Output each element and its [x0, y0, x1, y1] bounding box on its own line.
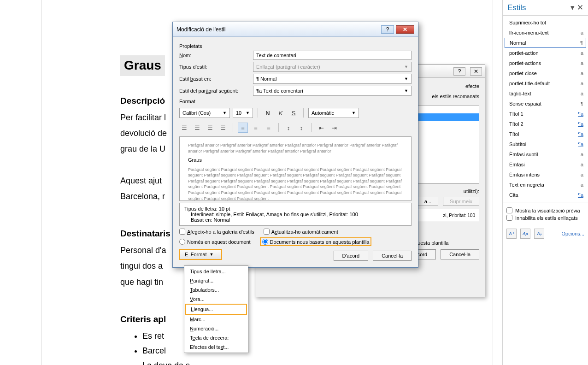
close-button[interactable]: ✕: [396, 25, 414, 34]
format-menu-item[interactable]: Llengua...: [185, 304, 247, 315]
style-item[interactable]: Títol 2¶a: [503, 119, 588, 129]
cancel-button[interactable]: Cancel·la: [441, 249, 479, 259]
line-spacing-2-button[interactable]: ≡: [264, 123, 274, 133]
next-paragraph-select[interactable]: ¶a Text de comentari▼: [253, 86, 412, 96]
new-documents-radio[interactable]: Documents nous basats en aquesta plantil…: [262, 239, 370, 245]
ok-button[interactable]: D'acord: [334, 251, 369, 261]
styles-list[interactable]: Suprimeix-ho totlfr-icon-menu-textaNorma…: [503, 16, 588, 202]
close-button[interactable]: ✕: [470, 67, 482, 76]
format-menu-item[interactable]: Numeració...: [185, 324, 247, 333]
style-item[interactable]: Èmfasia: [503, 159, 588, 170]
new-style-icon[interactable]: A⁺: [506, 229, 517, 239]
align-justify-button[interactable]: ☰: [218, 123, 228, 133]
underline-button[interactable]: S: [288, 108, 299, 118]
font-toolbar: Calibri (Cos)▼ 10▼ N K S Automàtic▼: [179, 107, 412, 119]
align-right-button[interactable]: ☰: [205, 123, 215, 133]
style-inspector-icon[interactable]: Ap: [520, 229, 530, 239]
bold-button[interactable]: N: [263, 108, 273, 118]
style-type-select: Enllaçat (paràgraf i caràcter)▼: [253, 62, 412, 72]
styles-pane: Estils ▾ ✕ Suprimeix-ho totlfr-icon-menu…: [502, 0, 588, 365]
list-item: La devo da srepetir-l le base (és a dir,…: [142, 359, 414, 365]
indent-decrease-button[interactable]: ⇤: [316, 123, 326, 133]
align-left-button[interactable]: ☰: [179, 123, 189, 133]
format-label: Format: [179, 99, 412, 104]
modify-style-dialog: Modificació de l'estil ? ✕ Propietats No…: [172, 22, 418, 268]
style-item[interactable]: Cita¶a: [503, 190, 588, 200]
font-color-select[interactable]: Automàtic▼: [308, 108, 359, 118]
name-label: Nom:: [179, 53, 248, 58]
based-on-label: Estil basat en:: [179, 76, 248, 82]
based-on-select[interactable]: ¶ Normal▼: [253, 74, 412, 84]
doc-list: Es ret Barcel La devo da srepetir-l le b…: [120, 330, 414, 365]
format-dropdown-menu[interactable]: Tipus de lletra...Paràgraf...Tabuladors.…: [184, 265, 248, 353]
line-spacing-1-button[interactable]: ≡: [238, 123, 248, 133]
dialog-title: Modificació de l'estil: [176, 26, 225, 33]
next-paragraph-label: Estil del paràgraf següent:: [179, 88, 248, 94]
indent-increase-button[interactable]: ⇥: [329, 123, 339, 133]
style-item[interactable]: Sense espaiat¶: [503, 99, 588, 109]
doc-heading-criteria: Criteris apl: [120, 313, 414, 326]
space-before-inc-button[interactable]: ↕: [283, 123, 294, 133]
list-item: Es ret: [142, 330, 414, 342]
format-menu-item[interactable]: Tecla de drecera:: [185, 333, 247, 342]
format-menu-item[interactable]: Marc...: [185, 315, 247, 324]
modify-dialog-titlebar[interactable]: Modificació de l'estil ? ✕: [173, 22, 418, 37]
format-menu-item[interactable]: Tipus de lletra...: [185, 267, 247, 276]
italic-button[interactable]: K: [276, 108, 286, 118]
manage-styles-icon[interactable]: Aᵧ: [534, 229, 544, 239]
style-item[interactable]: portlet-closea: [503, 68, 588, 78]
style-item[interactable]: Títol¶a: [503, 129, 588, 139]
styles-footer: A⁺ Ap Aᵧ Opcions...: [503, 226, 588, 241]
format-menu-item[interactable]: Tabuladors...: [185, 285, 247, 294]
format-menu-item[interactable]: Vora...: [185, 294, 247, 304]
format-menu-button[interactable]: FFormat▼: [179, 249, 222, 260]
space-before-dec-button[interactable]: ↕: [296, 123, 306, 133]
format-menu-item[interactable]: Efectes del text...: [185, 342, 247, 352]
line-spacing-15-button[interactable]: ≡: [251, 123, 261, 133]
style-item[interactable]: Normal¶: [505, 38, 586, 48]
delete-button[interactable]: Suprimeix: [443, 197, 479, 206]
font-size-select[interactable]: 10▼: [233, 108, 253, 118]
styles-pane-title: Estils ▾ ✕: [503, 0, 588, 16]
add-to-gallery-checkbox[interactable]: Afegeix-ho a la galeria d'estils: [179, 229, 254, 235]
style-item[interactable]: portlet-actionsa: [503, 58, 588, 68]
auto-update-checkbox[interactable]: Actualitza-ho automàticament: [264, 229, 338, 235]
style-preview-box: Paràgraf anterior Paràgraf anterior Parà…: [179, 136, 412, 201]
styles-options-link[interactable]: Opcions...: [561, 231, 584, 236]
modify-dialog-body: Propietats Nom: Tipus d'estil: Enllaçat …: [173, 37, 418, 267]
font-family-select[interactable]: Calibri (Cos)▼: [179, 108, 230, 118]
list-item: Barcel: [142, 345, 414, 357]
style-item[interactable]: portlet-actiona: [503, 48, 588, 58]
only-document-radio[interactable]: Només en aquest document: [179, 239, 251, 245]
paragraph-toolbar: ☰ ☰ ☰ ☰ ≡ ≡ ≡ ↕ ↕ ⇤ ⇥: [179, 122, 412, 134]
styles-title-text: Estils: [507, 3, 526, 12]
type-label: Tipus d'estil:: [179, 64, 248, 70]
align-center-button[interactable]: ☰: [192, 123, 202, 133]
style-item[interactable]: Suprimeix-ho tot: [503, 18, 588, 28]
style-item[interactable]: Subtítol¶a: [503, 139, 588, 149]
style-item[interactable]: taglib-texta: [503, 88, 588, 99]
doc-title: Graus: [120, 55, 165, 76]
format-menu-item[interactable]: Paràgraf...: [185, 276, 247, 285]
properties-label: Propietats: [179, 43, 412, 49]
style-item[interactable]: portlet-title-defaulta: [503, 78, 588, 88]
styles-pane-close[interactable]: ▾ ✕: [570, 3, 583, 12]
help-button[interactable]: ?: [381, 25, 394, 34]
styles-options: Mostra la visualització prèvia Inhabilit…: [503, 202, 588, 226]
modify-button[interactable]: a...: [417, 197, 438, 206]
style-item[interactable]: Èmfasi subtila: [503, 149, 588, 159]
cancel-button[interactable]: Cancel·la: [373, 251, 412, 261]
style-item[interactable]: lfr-icon-menu-texta: [503, 28, 588, 38]
help-button[interactable]: ?: [453, 67, 465, 76]
show-preview-checkbox[interactable]: Mostra la visualització prèvia: [506, 207, 584, 213]
style-item[interactable]: Text en negretaa: [503, 180, 588, 190]
disable-linked-checkbox[interactable]: Inhabilita els estils enllaçats: [506, 215, 584, 221]
style-description: Tipus de lletra: 10 pt Interlineat: simp…: [179, 203, 412, 226]
style-name-input[interactable]: [253, 51, 412, 60]
style-item[interactable]: Èmfasi intensa: [503, 170, 588, 180]
style-item[interactable]: Títol 1¶a: [503, 109, 588, 119]
